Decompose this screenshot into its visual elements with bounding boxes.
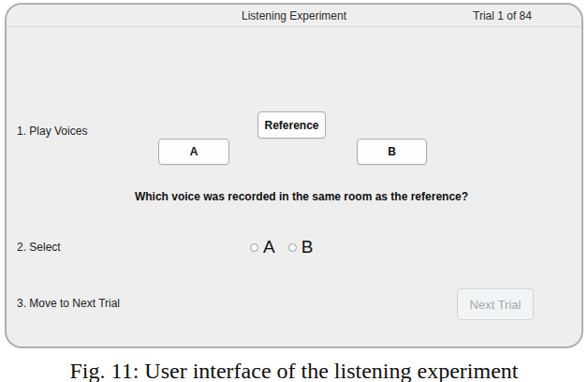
- voice-a-button[interactable]: A: [158, 139, 229, 165]
- experiment-window: Listening Experiment Trial 1 of 84 1. Pl…: [5, 3, 583, 348]
- next-trial-button[interactable]: Next Trial: [457, 288, 534, 320]
- figure: Listening Experiment Trial 1 of 84 1. Pl…: [0, 0, 588, 382]
- trial-counter: Trial 1 of 84: [473, 9, 532, 22]
- reference-button[interactable]: Reference: [257, 111, 326, 139]
- radio-option-b[interactable]: B: [288, 237, 314, 257]
- figure-caption: Fig. 11: User interface of the listening…: [0, 359, 588, 382]
- voice-b-button[interactable]: B: [357, 139, 427, 165]
- radio-b-label: B: [301, 237, 314, 257]
- header-divider: [7, 26, 581, 27]
- radio-b-icon[interactable]: [288, 243, 297, 252]
- select-label: 2. Select: [17, 241, 61, 254]
- radio-option-a[interactable]: A: [250, 237, 275, 257]
- radio-a-icon[interactable]: [250, 243, 258, 252]
- play-voices-label: 1. Play Voices: [17, 125, 87, 138]
- question-text: Which voice was recorded in the same roo…: [14, 190, 588, 203]
- move-next-label: 3. Move to Next Trial: [17, 297, 120, 310]
- answer-radio-group: A B: [250, 237, 313, 257]
- radio-a-label: A: [263, 237, 275, 257]
